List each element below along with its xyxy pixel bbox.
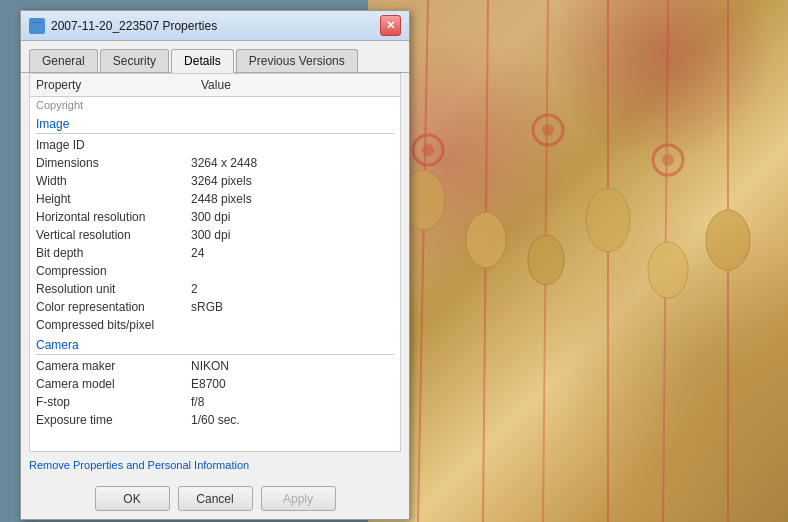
tab-general[interactable]: General <box>29 49 98 72</box>
cell-value: 24 <box>191 246 394 260</box>
tab-security[interactable]: Security <box>100 49 169 72</box>
background-photo <box>368 0 788 522</box>
table-row: Image ID <box>30 136 400 154</box>
cell-value: sRGB <box>191 300 394 314</box>
table-row: Exposure time 1/60 sec. <box>30 411 400 429</box>
title-bar: 2007-11-20_223507 Properties ✕ <box>21 11 409 41</box>
ok-button[interactable]: OK <box>95 486 170 511</box>
table-row: Copyright <box>30 97 400 113</box>
cell-value: 300 dpi <box>191 210 394 224</box>
table-row: Color representation sRGB <box>30 298 400 316</box>
table-row: Camera model E8700 <box>30 375 400 393</box>
cell-property: Camera maker <box>36 359 191 373</box>
cell-property: F-stop <box>36 395 191 409</box>
table-row: F-stop f/8 <box>30 393 400 411</box>
svg-rect-20 <box>32 22 42 23</box>
cell-property: Color representation <box>36 300 191 314</box>
cell-property: Image ID <box>36 138 191 152</box>
tabs-bar: General Security Details Previous Versio… <box>21 41 409 73</box>
cell-property: Height <box>36 192 191 206</box>
cell-property: Width <box>36 174 191 188</box>
dialog-title: 2007-11-20_223507 Properties <box>51 19 380 33</box>
cell-property: Camera model <box>36 377 191 391</box>
section-header-image: Image <box>30 113 400 133</box>
apply-button[interactable]: Apply <box>261 486 336 511</box>
cell-property: Resolution unit <box>36 282 191 296</box>
table-header: Property Value <box>30 74 400 97</box>
svg-rect-18 <box>368 0 788 522</box>
table-row: Height 2448 pixels <box>30 190 400 208</box>
cell-property: Compression <box>36 264 191 278</box>
details-content: Property Value Copyright Image Image ID … <box>29 73 401 452</box>
cell-value: E8700 <box>191 377 394 391</box>
dialog-icon <box>29 18 45 34</box>
cancel-button[interactable]: Cancel <box>178 486 253 511</box>
cell-value: 2 <box>191 282 394 296</box>
cell-property: Dimensions <box>36 156 191 170</box>
table-row: Compression <box>30 262 400 280</box>
cell-value: NIKON <box>191 359 394 373</box>
section-divider <box>36 354 394 355</box>
buttons-area: OK Cancel Apply <box>21 478 409 519</box>
cell-value: 3264 x 2448 <box>191 156 394 170</box>
cell-value: 1/60 sec. <box>191 413 394 427</box>
cell-value <box>191 264 394 278</box>
table-row: Camera maker NIKON <box>30 357 400 375</box>
properties-dialog: 2007-11-20_223507 Properties ✕ General S… <box>20 10 410 520</box>
cell-property: Vertical resolution <box>36 228 191 242</box>
table-body[interactable]: Copyright Image Image ID Dimensions 3264… <box>30 97 400 451</box>
table-row: Width 3264 pixels <box>30 172 400 190</box>
cell-value: 3264 pixels <box>191 174 394 188</box>
cell-property: Exposure time <box>36 413 191 427</box>
cell-value: f/8 <box>191 395 394 409</box>
remove-properties-link[interactable]: Remove Properties and Personal Informati… <box>29 459 249 471</box>
cell-property: Compressed bits/pixel <box>36 318 191 332</box>
cell-property: Copyright <box>36 99 191 111</box>
table-row: Dimensions 3264 x 2448 <box>30 154 400 172</box>
header-value: Value <box>201 78 378 92</box>
cell-value <box>191 138 394 152</box>
cell-value <box>191 318 394 332</box>
table-row: Vertical resolution 300 dpi <box>30 226 400 244</box>
table-row: Horizontal resolution 300 dpi <box>30 208 400 226</box>
table-row: Resolution unit 2 <box>30 280 400 298</box>
cell-property: Bit depth <box>36 246 191 260</box>
cell-value: 2448 pixels <box>191 192 394 206</box>
table-row: Bit depth 24 <box>30 244 400 262</box>
section-divider <box>36 133 394 134</box>
footer-link-area: Remove Properties and Personal Informati… <box>21 452 409 478</box>
section-header-camera: Camera <box>30 334 400 354</box>
tab-details[interactable]: Details <box>171 49 234 73</box>
cell-property: Horizontal resolution <box>36 210 191 224</box>
tab-previous-versions[interactable]: Previous Versions <box>236 49 358 72</box>
cell-value <box>191 99 394 111</box>
close-button[interactable]: ✕ <box>380 15 401 36</box>
cell-value: 300 dpi <box>191 228 394 242</box>
table-row: Compressed bits/pixel <box>30 316 400 334</box>
header-property: Property <box>36 78 201 92</box>
